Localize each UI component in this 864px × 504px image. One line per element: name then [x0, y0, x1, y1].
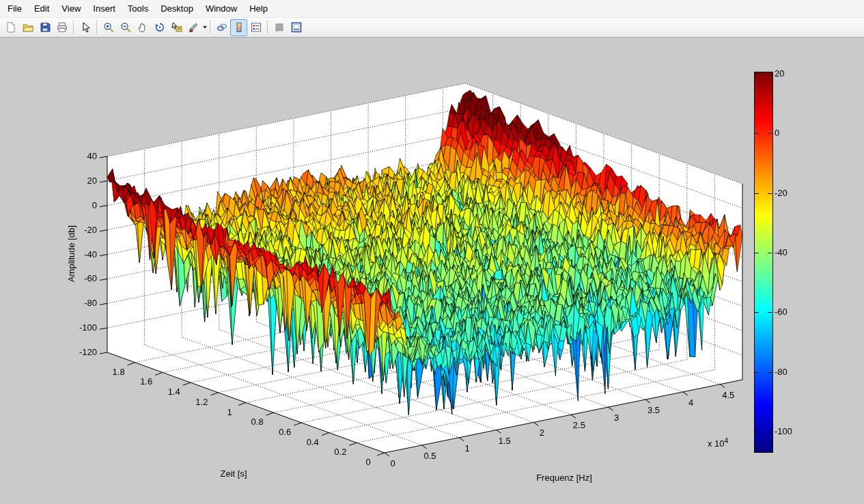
rotate-3d-icon [154, 22, 165, 33]
legend-icon [251, 22, 262, 33]
menu-item-window[interactable]: Window [199, 1, 243, 16]
z-axis-tick-label: -120 [66, 347, 97, 358]
link-chain-icon [217, 22, 227, 33]
x-axis-tick-label: 3 [599, 412, 635, 423]
colorbar-tick-mark [768, 133, 772, 134]
menu-item-help[interactable]: Help [243, 1, 274, 16]
data-cursor-button[interactable] [168, 19, 185, 36]
open-file-button[interactable] [19, 19, 36, 36]
colorbar-tick-mark [768, 432, 772, 432]
z-axis-tick-label: -100 [66, 322, 97, 333]
menu-item-tools[interactable]: Tools [122, 1, 154, 16]
menu-item-desktop[interactable]: Desktop [154, 1, 199, 16]
x-axis-tick-label: 4.5 [710, 390, 746, 401]
x-axis-tick-label: 1 [449, 443, 485, 454]
colorbar-tick-mark [755, 74, 759, 74]
zoom-out-icon [120, 22, 131, 33]
z-axis-tick-label: -80 [66, 298, 97, 309]
zoom-out-button[interactable] [117, 19, 134, 36]
y-axis-tick-label: 0.6 [267, 427, 303, 438]
colorbar [754, 72, 773, 453]
x-axis-tick-label: 0 [375, 458, 410, 469]
figure-toolbar [0, 18, 864, 38]
colorbar-tick-label: -20 [775, 188, 809, 199]
new-figure-button[interactable] [2, 19, 19, 36]
link-plots-button[interactable] [213, 19, 230, 36]
colorbar-icon [234, 22, 245, 33]
open-folder-icon [23, 22, 33, 33]
y-axis-tick-label: 0.4 [295, 437, 331, 448]
hide-plot-tools-button[interactable] [270, 19, 288, 36]
save-floppy-icon [40, 22, 51, 33]
colorbar-tick-label: 20 [775, 68, 809, 79]
colorbar-tick-label: 0 [775, 128, 809, 139]
colorbar-tick-mark [755, 432, 759, 432]
colorbar-tick-mark [768, 74, 772, 74]
x-axis-tick-label: 4 [673, 397, 709, 408]
x-axis-tick-label: 0.5 [413, 451, 448, 462]
pointer-arrow-icon [80, 22, 91, 33]
y-axis-tick-label: 0.2 [322, 447, 358, 458]
x-axis-label: Frequenz [Hz] [523, 473, 605, 483]
colorbar-tick-label: -60 [775, 307, 809, 318]
colorbar-tick-mark [755, 312, 759, 313]
y-axis-tick-label: 1 [212, 407, 247, 418]
save-figure-button[interactable] [36, 19, 53, 36]
show-plot-tools-button[interactable] [288, 19, 305, 36]
x-exponent-power: 4 [725, 437, 729, 445]
x-axis-tick-label: 1.5 [487, 436, 522, 447]
insert-colorbar-button[interactable] [230, 19, 247, 36]
colorbar-tick-mark [768, 372, 772, 373]
print-figure-button[interactable] [53, 19, 70, 36]
colorbar-tick-mark [768, 193, 772, 194]
brush-dropdown-caret[interactable] [203, 26, 207, 29]
x-axis-tick-label: 2 [524, 428, 559, 438]
z-axis-tick-label: -20 [66, 225, 97, 236]
x-exponent-base: x 10 [708, 438, 725, 449]
toolbar-separator [267, 20, 268, 34]
z-axis-tick-label: 40 [66, 151, 97, 162]
menubar: File Edit View Insert Tools Desktop Wind… [0, 0, 864, 18]
y-axis-tick-label: 1.8 [101, 367, 137, 378]
x-axis-tick-label: 2.5 [561, 420, 597, 431]
colorbar-tick-label: -100 [775, 426, 809, 437]
menu-item-edit[interactable]: Edit [28, 1, 55, 16]
y-axis-tick-label: 0.8 [240, 417, 275, 428]
colorbar-tick-mark [768, 253, 772, 253]
data-cursor-icon [171, 22, 182, 33]
z-axis-tick-label: -60 [66, 273, 97, 284]
y-axis-tick-label: 1.2 [184, 397, 219, 408]
figure-canvas-area [0, 38, 864, 504]
colorbar-tick-mark [768, 312, 772, 313]
printer-icon [57, 22, 68, 33]
menu-item-file[interactable]: File [1, 1, 28, 16]
brush-data-button[interactable] [185, 19, 202, 36]
colorbar-tick-mark [755, 372, 759, 373]
y-axis-tick-label: 1.4 [156, 387, 192, 397]
y-axis-label: Zeit [s] [193, 468, 275, 479]
z-axis-tick-label: 20 [66, 176, 97, 186]
toolbar-separator [210, 20, 210, 34]
menu-item-view[interactable]: View [55, 1, 87, 16]
colorbar-tick-label: -80 [775, 367, 809, 378]
rotate-3d-button[interactable] [151, 19, 168, 36]
edit-plot-button[interactable] [76, 19, 94, 36]
colorbar-tick-mark [755, 193, 759, 194]
plot-3d-surface[interactable] [0, 38, 864, 504]
colorbar-tick-mark [755, 253, 759, 253]
y-axis-tick-label: 1.6 [128, 376, 164, 387]
insert-legend-button[interactable] [247, 19, 264, 36]
toolbar-separator [73, 20, 74, 34]
colorbar-tick-label: -40 [775, 247, 809, 258]
zoom-in-button[interactable] [100, 19, 117, 36]
menu-item-insert[interactable]: Insert [87, 1, 122, 16]
hide-plot-tools-icon [274, 22, 285, 33]
new-document-icon [5, 22, 16, 33]
x-axis-tick-label: 3.5 [636, 405, 671, 416]
pan-button[interactable] [134, 19, 151, 36]
brush-icon [189, 22, 199, 33]
z-axis-tick-label: 0 [66, 200, 97, 211]
colorbar-tick-mark [755, 133, 759, 134]
show-plot-tools-icon [291, 22, 302, 33]
x-axis-exponent: x 104 [701, 437, 735, 449]
